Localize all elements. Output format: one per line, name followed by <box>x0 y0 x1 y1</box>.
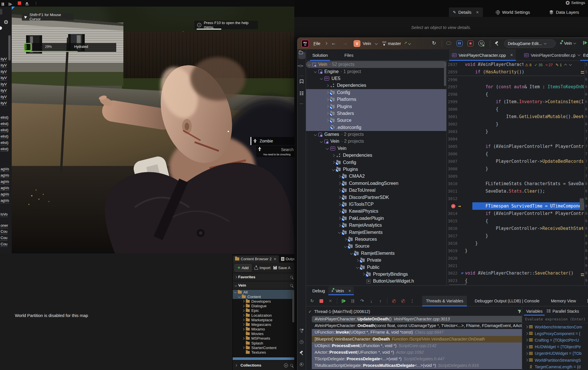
unreal-engine-icon[interactable]: U <box>478 40 484 46</box>
code-line[interactable]: 2999if (Item.Inventory->ContainsItem(I <box>447 98 584 105</box>
folder-arrow-icon[interactable] <box>242 305 244 307</box>
solution-tree-item[interactable]: Config <box>306 159 447 166</box>
folder-arrow-icon[interactable] <box>242 310 244 312</box>
rider-logo[interactable]: RD <box>301 40 309 47</box>
folder-arrow-icon[interactable] <box>234 291 236 293</box>
project-widget[interactable]: Vein <box>363 41 371 46</box>
step-out-icon[interactable]: ↑ <box>378 298 383 304</box>
breakpoint-icon[interactable]: ✓ <box>451 204 455 208</box>
frame-skip-icon[interactable] <box>9 2 12 7</box>
code-line[interactable]: 3010FLifetimeStats CharacterStats = Save… <box>447 180 584 187</box>
solution-tree-item[interactable]: Vein· 2 projects <box>306 138 447 145</box>
content-folder[interactable]: Mixamo <box>233 327 295 332</box>
code-line[interactable]: 2997for (const auto& Item : ItemsToKeepO… <box>447 83 584 91</box>
solution-tree-item[interactable]: Config <box>306 89 447 96</box>
code-line[interactable]: 2859if (HasAuthority()) <box>447 68 584 76</box>
solution-tree-item[interactable]: DiscordPartnerSDK <box>306 194 447 201</box>
code-line[interactable]: 3016PlayerController->ReceiveDeathStat <box>447 225 584 232</box>
step-into-icon[interactable]: ↓ <box>369 298 374 304</box>
line-number[interactable]: 3002 <box>447 120 465 128</box>
detach-icon[interactable]: ✕ <box>328 298 333 304</box>
back-icon[interactable]: ← <box>331 40 336 46</box>
line-number[interactable]: 3018 <box>447 240 465 247</box>
code-line[interactable]: 3006{ <box>447 150 584 158</box>
solution-tree-item[interactable]: Public <box>306 264 447 271</box>
sync-icon[interactable]: ↻ <box>432 40 436 46</box>
code-line[interactable]: 3008} <box>447 165 584 173</box>
left-strip-item[interactable]: agVo <box>1 173 9 178</box>
search-icon[interactable] <box>290 276 293 278</box>
tree-chevron-icon[interactable] <box>326 119 329 122</box>
build-icon[interactable] <box>494 41 500 46</box>
code-line[interactable]: 3015{ <box>447 217 584 225</box>
chevron-down-icon[interactable] <box>577 53 580 56</box>
solution-tree-item[interactable]: Source <box>306 243 447 250</box>
solution-tree-item[interactable]: Engine· 1 project <box>306 68 447 75</box>
solution-tree-item[interactable]: CommonLoadingScreen <box>306 180 447 187</box>
tree-chevron-icon[interactable] <box>338 203 341 206</box>
solution-tree-item[interactable]: DazToUnreal <box>306 187 447 194</box>
solution-tree-item[interactable]: Platforms <box>306 96 447 103</box>
line-number[interactable]: 3005 <box>447 143 465 150</box>
solution-tree-item[interactable]: Dependencies <box>306 82 447 89</box>
content-folder[interactable]: MSPresets <box>233 336 295 341</box>
left-strip-item[interactable]: elist) <box>1 147 8 152</box>
line-number[interactable]: 3017 <box>447 232 465 240</box>
tab-parallel-stacks[interactable]: Parallel Stacks <box>547 307 579 316</box>
game-viewport[interactable]: Shift+F1 for Mouse Cursor i Press F10 to… <box>12 7 294 253</box>
menu-file[interactable]: File <box>313 41 320 46</box>
stack-frame[interactable]: AActor::ProcessEvent(UFunction *, void *… <box>312 349 527 356</box>
structure-icon[interactable] <box>300 91 303 95</box>
tree-chevron-icon[interactable] <box>326 147 329 150</box>
variable-row[interactable]: 10 01TargetCameraLength = {d <box>523 363 588 370</box>
scrollbar-thumb[interactable] <box>580 198 584 210</box>
content-folder[interactable]: Localization <box>233 313 295 318</box>
commit-icon[interactable] <box>299 65 302 67</box>
tree-chevron-icon[interactable] <box>344 245 347 248</box>
code-line[interactable]: 3011SaveData.Stats.Clear(); <box>447 187 584 195</box>
solution-tree-item[interactable]: C+Vein <box>306 145 447 152</box>
code-line[interactable]: 3012 <box>447 195 584 202</box>
solution-tree-item[interactable]: Vein· 52 projects <box>306 61 447 68</box>
tree-chevron-icon[interactable] <box>338 224 341 227</box>
code-line[interactable]: 3019} <box>447 247 584 255</box>
evaluate-expression-input[interactable]: Evaluate expression (Enter) or <box>522 316 588 323</box>
git-icon[interactable] <box>300 329 303 333</box>
stack-frame[interactable]: UObject::ProcessEvent(UFunction *, void … <box>312 342 527 349</box>
code-line[interactable]: 3005if (AVeinPlayerController* PlayerCon… <box>447 143 584 150</box>
tree-chevron-icon[interactable] <box>314 133 317 136</box>
tab-threads-variables[interactable]: Threads & Variables <box>422 296 467 306</box>
code-line[interactable]: 3001Item.GetLiveDataMutable().Dest <box>447 113 584 120</box>
tab-details[interactable]: ✎ Details ✕ <box>449 7 483 17</box>
tree-chevron-icon[interactable] <box>338 210 341 213</box>
content-folder[interactable]: Content <box>233 294 295 299</box>
line-number[interactable]: ✓→ <box>447 202 465 210</box>
tree-chevron-icon[interactable] <box>326 84 329 87</box>
variable-chevron-icon[interactable] <box>525 326 528 328</box>
left-strip-item[interactable]: Cou <box>1 229 7 234</box>
left-strip-item[interactable]: elist) <box>1 140 8 145</box>
solution-tree-item[interactable]: Private <box>306 257 447 264</box>
explorer-icon[interactable] <box>299 51 303 54</box>
left-strip-item[interactable]: lsVo <box>1 212 8 217</box>
project-icon[interactable]: V <box>354 40 360 47</box>
tab-content-browser[interactable]: Content Browser 2 ✕ <box>233 255 279 263</box>
scrollbar[interactable] <box>8 35 11 60</box>
left-strip-item[interactable]: Cou <box>1 242 7 247</box>
solution-tree-item[interactable]: C+UE5 <box>306 75 447 82</box>
stack-frame[interactable]: TScriptDelegate::ProcessDelegate<...>(vo… <box>312 356 527 362</box>
code-line[interactable]: 3022⇄void AVeinPlayerCharacter::SaveChar… <box>447 269 584 277</box>
content-folder[interactable]: Dialogue <box>233 304 295 308</box>
code-line[interactable]: 3007PlayerController->UpdateBedRecords <box>447 158 584 165</box>
line-number[interactable]: 3011 <box>447 187 465 195</box>
code-line[interactable]: 3003} <box>447 128 584 135</box>
tree-chevron-icon[interactable] <box>326 91 329 94</box>
tree-chevron-icon[interactable] <box>338 175 341 178</box>
content-folder[interactable]: Megascans <box>233 322 295 327</box>
eject-icon[interactable] <box>25 2 29 5</box>
tree-chevron-icon[interactable] <box>344 238 347 241</box>
code-line[interactable]: 3002} <box>447 120 584 128</box>
inspection-widget[interactable]: ⚠ 8 ✓ 35 ≈ 27 ✎ 1 <box>523 62 573 68</box>
line-number[interactable]: 3004 <box>447 135 465 143</box>
tab-data-layers[interactable]: Data Layers <box>545 7 583 17</box>
